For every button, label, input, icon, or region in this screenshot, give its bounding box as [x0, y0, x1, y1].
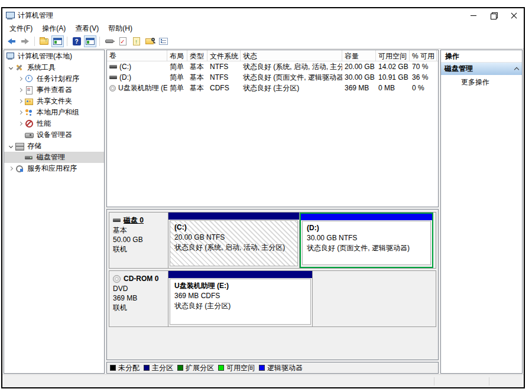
folder-up-button[interactable]: ↑ [38, 35, 50, 47]
volume-percent-free: 36 % [410, 73, 437, 82]
expander-collapsed-icon[interactable] [15, 108, 25, 117]
tools-icon [15, 64, 24, 71]
volume-type: 基本 [187, 72, 207, 83]
window-title: 计算机管理 [18, 11, 463, 21]
tree-item-system-tools[interactable]: 系统工具 [4, 62, 104, 73]
back-button[interactable] [5, 35, 18, 47]
column-header-free-space[interactable]: 可用空间 [376, 50, 410, 61]
close-button[interactable] [504, 8, 524, 22]
tree-item-services-applications[interactable]: 服务和应用程序 [4, 163, 104, 174]
expander-expanded-icon[interactable] [6, 63, 15, 73]
disk-size: 50.00 GB [113, 235, 166, 244]
cdrom-icon [113, 275, 121, 283]
export-list-icon: ↑ [133, 37, 140, 45]
export-list-button[interactable]: ↑ [130, 35, 142, 47]
column-header-status[interactable]: 状态 [241, 50, 342, 61]
partition-c[interactable]: (C:) 20.00 GB NTFS 状态良好 (系统, 启动, 活动, 主分区… [168, 213, 300, 268]
legend-label: 主分区 [152, 363, 173, 373]
find-button[interactable] [144, 35, 156, 47]
expander-expanded-icon[interactable] [6, 142, 15, 151]
volume-capacity: 30.00 GB [342, 73, 376, 82]
actions-item-label: 更多操作 [461, 77, 489, 87]
column-header-capacity[interactable]: 容量 [342, 50, 376, 61]
shared-folders-icon [25, 97, 34, 105]
cdrom-0-label[interactable]: CD-ROM 0 DVD 369 MB 联机 [109, 271, 168, 326]
logical-drive-strip [301, 214, 432, 220]
tree-item-event-viewer[interactable]: 事件查看器 [4, 84, 104, 96]
tree-item-storage[interactable]: 存储 [4, 141, 104, 152]
volume-capacity: 369 MB [342, 83, 376, 93]
tree-item-disk-management[interactable]: 磁盘管理 [4, 152, 104, 163]
device-manager-icon [25, 131, 34, 139]
disk-type: 基本 [113, 226, 166, 235]
title-bar[interactable]: 计算机管理 [2, 8, 524, 22]
menu-help[interactable]: 帮助(H) [103, 22, 137, 35]
legend-label: 扩展分区 [186, 363, 214, 373]
unallocated-swatch [110, 365, 116, 371]
volume-filesystem: CDFS [207, 83, 241, 93]
volume-type: 基本 [187, 61, 207, 73]
tree-item-task-scheduler[interactable]: 任务计划程序 [4, 73, 104, 84]
menu-file[interactable]: 文件(F) [5, 22, 37, 35]
free-space-swatch [218, 365, 224, 371]
action-log-button[interactable]: ✓ [116, 35, 129, 47]
tree-item-shared-folders[interactable]: 共享文件夹 [4, 96, 104, 107]
tree-item-performance[interactable]: 性能 [4, 118, 104, 129]
column-header-percent-free[interactable]: % 可用 [410, 50, 437, 61]
help-button[interactable]: ? [70, 35, 83, 47]
forward-arrow-icon [21, 38, 29, 44]
local-users-groups-icon [25, 109, 34, 116]
partition-e[interactable]: U盘装机助理 (E:) 369 MB CDFS 状态良好 (主分区) [168, 271, 313, 326]
show-console-tree-button[interactable] [51, 35, 64, 47]
expander-collapsed-icon[interactable] [15, 74, 25, 84]
menu-action[interactable]: 操作(A) [37, 22, 70, 35]
legend-primary-partition: 主分区 [144, 363, 173, 373]
actions-item-label: 磁盘管理 [445, 64, 515, 74]
volume-free-space: 0 MB [376, 83, 410, 93]
menu-bar: 文件(F) 操作(A) 查看(V) 帮助(H) [2, 22, 524, 34]
actions-more-actions[interactable]: 更多操作 [441, 75, 522, 89]
tree-item-label: 设备管理器 [37, 130, 72, 140]
tree-item-label: 性能 [37, 119, 51, 129]
expander-collapsed-icon[interactable] [15, 86, 25, 95]
main-area: 计算机管理(本地) 系统工具 任务计划程序 事件查看器 共享文件夹 [2, 49, 524, 374]
column-header-volume[interactable]: 卷 [107, 50, 167, 61]
partition-status: 状态良好 (系统, 启动, 活动, 主分区) [174, 243, 293, 253]
volume-filesystem: NTFS [207, 62, 241, 71]
collapse-icon[interactable] [514, 67, 519, 72]
toolbar: ↑ ? ✓ ↑ [2, 34, 524, 49]
tree-item-label: 存储 [27, 141, 41, 151]
volume-layout: 简单 [167, 72, 187, 83]
expander-collapsed-icon[interactable] [6, 164, 15, 174]
expander-collapsed-icon[interactable] [15, 97, 25, 106]
column-header-type[interactable]: 类型 [187, 50, 207, 61]
actions-disk-management[interactable]: 磁盘管理 [441, 63, 522, 75]
tree-item-computer-management[interactable]: 计算机管理(本地) [4, 51, 104, 62]
status-bar [2, 374, 524, 387]
volume-row-e[interactable]: U盘装机助理 (E:) 简单 基本 CDFS 状态良好 (主分区) 369 MB… [107, 83, 438, 93]
volume-row-d[interactable]: (D:) 简单 基本 NTFS 状态良好 (页面文件, 逻辑驱动器) 30.00… [107, 72, 438, 83]
volume-row-c[interactable]: (C:) 简单 基本 NTFS 状态良好 (系统, 启动, 活动, 主分区) 2… [107, 61, 438, 72]
expander-collapsed-icon[interactable] [15, 119, 25, 129]
column-header-layout[interactable]: 布局 [167, 50, 187, 61]
disk-name: CD-ROM 0 [124, 274, 158, 283]
restore-button[interactable] [484, 8, 504, 22]
forward-button[interactable] [19, 35, 31, 47]
menu-view[interactable]: 查看(V) [70, 22, 103, 35]
minimize-button[interactable] [463, 8, 484, 22]
properties-list-icon [159, 38, 168, 45]
volume-name: (D:) [119, 73, 131, 81]
tree-item-local-users-groups[interactable]: 本地用户和组 [4, 107, 104, 118]
tree-item-device-manager[interactable]: 设备管理器 [4, 129, 104, 141]
properties-list-button[interactable] [157, 35, 170, 47]
partition-d[interactable]: (D:) 30.00 GB NTFS 状态良好 (页面文件, 逻辑驱动器) [300, 213, 433, 268]
minimize-icon [471, 15, 476, 16]
drive-icon [113, 218, 121, 222]
close-icon [511, 12, 517, 19]
disk-0-label[interactable]: 磁盘 0 基本 50.00 GB 联机 [109, 213, 168, 268]
pointer-tool-button[interactable] [103, 35, 115, 47]
column-header-filesystem[interactable]: 文件系统 [207, 50, 241, 61]
show-action-pane-button[interactable] [84, 35, 96, 47]
legend-free-space: 可用空间 [218, 363, 255, 373]
partition-size: 20.00 GB NTFS [174, 233, 293, 243]
